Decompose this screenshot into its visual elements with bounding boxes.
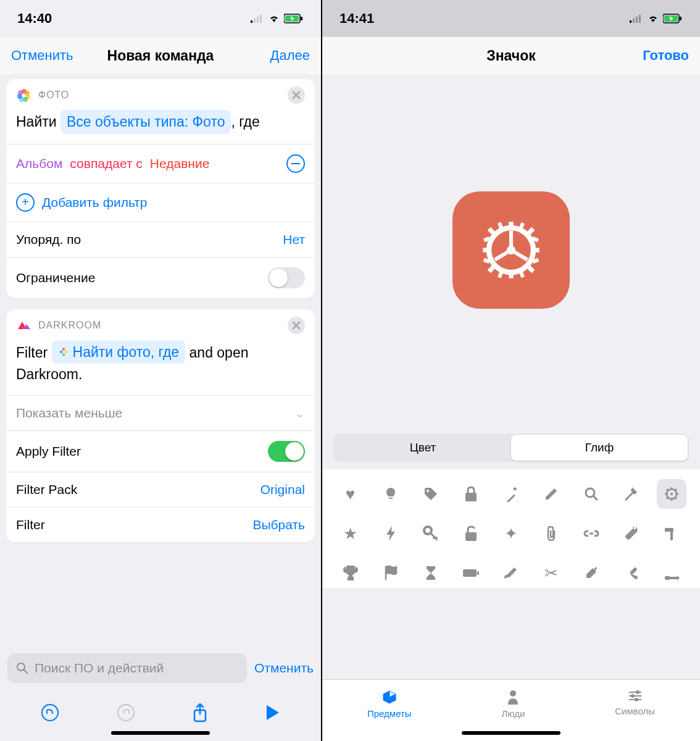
flag-icon[interactable]	[376, 558, 406, 588]
add-filter-label[interactable]: Добавить фильтр	[42, 195, 148, 210]
svg-line-20	[24, 670, 27, 673]
svg-point-80	[631, 695, 634, 697]
play-button[interactable]	[265, 704, 280, 721]
where-text: , где	[231, 114, 259, 130]
svg-point-15	[62, 348, 65, 351]
add-filter-button[interactable]: +	[16, 193, 35, 212]
svg-point-19	[17, 663, 25, 671]
remove-filter-button[interactable]	[286, 154, 305, 173]
wand-icon[interactable]	[496, 479, 526, 509]
svg-point-53	[427, 490, 429, 492]
nav-title: Значок	[486, 48, 535, 64]
sort-value[interactable]: Нет	[283, 232, 305, 247]
filter-label: Filter	[16, 517, 45, 532]
search-input[interactable]: Поиск ПО и действий	[7, 653, 247, 683]
unlock-icon[interactable]	[456, 519, 486, 548]
done-button[interactable]: Готово	[643, 48, 689, 64]
filter-value[interactable]: Выбрать	[252, 517, 305, 532]
close-icon[interactable]	[288, 86, 305, 104]
home-indicator[interactable]	[462, 731, 560, 735]
lock-icon[interactable]	[456, 479, 486, 509]
action-card-photos: ФОТО Найти Все объекты типа: Фото, где А…	[6, 79, 315, 298]
paperclip-icon[interactable]	[536, 519, 566, 548]
filter-pack-value[interactable]: Original	[260, 482, 305, 497]
wrench-icon[interactable]	[617, 519, 646, 548]
hourglass-icon[interactable]	[416, 558, 446, 588]
next-button[interactable]: Далее	[270, 48, 310, 64]
link-icon[interactable]	[577, 519, 606, 548]
svg-rect-27	[639, 15, 641, 23]
sliders-icon	[628, 690, 643, 702]
action-card-darkroom: DARKROOM Filter Найти фото, где and open…	[6, 309, 315, 542]
photo-type-token[interactable]: Все объекты типа: Фото	[60, 110, 231, 134]
cube-icon	[382, 690, 397, 705]
svg-line-64	[667, 489, 668, 490]
heart-icon[interactable]: ♥	[336, 479, 365, 509]
filter-field-album[interactable]: Альбом	[16, 156, 62, 171]
nav-title: Новая команда	[107, 48, 214, 64]
filter-predicate[interactable]: совпадает с	[70, 156, 143, 171]
segment-glyph[interactable]: Глиф	[511, 435, 688, 461]
signal-icon	[630, 14, 643, 23]
svg-rect-1	[254, 19, 256, 23]
bolt-icon[interactable]	[376, 519, 406, 548]
bulb-icon[interactable]	[376, 479, 406, 509]
apply-filter-toggle[interactable]	[268, 441, 305, 462]
tools-icon[interactable]	[617, 558, 646, 588]
tab-objects[interactable]: Предметы	[367, 690, 412, 719]
find-photo-token[interactable]: Найти фото, где	[52, 340, 186, 364]
svg-rect-74	[665, 576, 670, 580]
svg-point-13	[18, 90, 23, 95]
key-icon[interactable]	[416, 519, 446, 548]
segmented-control[interactable]: Цвет Глиф	[333, 433, 689, 462]
share-button[interactable]	[192, 703, 208, 722]
svg-line-67	[675, 489, 677, 490]
svg-line-66	[667, 498, 668, 499]
chevron-down-icon[interactable]: ⌄	[294, 406, 305, 421]
cancel-button[interactable]: Отменить	[11, 48, 73, 64]
pencil-icon[interactable]	[536, 479, 566, 509]
segment-color[interactable]: Цвет	[335, 435, 511, 461]
svg-point-59	[670, 493, 673, 495]
svg-rect-71	[670, 530, 673, 540]
gear-icon[interactable]	[657, 479, 686, 509]
search-bar: Поиск ПО и действий Отменить	[0, 645, 321, 692]
wifi-icon	[268, 14, 280, 23]
svg-rect-24	[630, 20, 631, 23]
star-icon[interactable]: ★	[336, 519, 365, 548]
battery-icon[interactable]	[456, 558, 486, 588]
svg-point-21	[42, 705, 58, 721]
hammer2-icon[interactable]	[657, 519, 686, 548]
find-text: Найти	[16, 114, 57, 130]
filter-value[interactable]: Недавние	[150, 156, 209, 171]
gear-icon	[474, 213, 548, 287]
close-icon[interactable]	[288, 317, 305, 334]
trophy-icon[interactable]	[336, 558, 365, 588]
tag-icon[interactable]	[416, 479, 446, 509]
search-icon[interactable]	[577, 479, 606, 509]
app-name: ФОТО	[38, 90, 69, 101]
svg-rect-0	[251, 20, 252, 23]
hammer-icon[interactable]	[617, 479, 646, 509]
limit-toggle[interactable]	[268, 267, 305, 288]
svg-rect-6	[301, 17, 302, 20]
home-indicator[interactable]	[111, 731, 210, 735]
show-less-button[interactable]: Показать меньше	[16, 406, 122, 421]
dropper-icon[interactable]	[577, 558, 606, 588]
paint-icon[interactable]	[496, 558, 526, 588]
screwdriver-icon[interactable]	[657, 558, 686, 588]
status-icons	[251, 14, 304, 23]
tab-symbols[interactable]: Символы	[615, 690, 655, 719]
svg-rect-73	[477, 571, 479, 575]
sparkle-icon[interactable]: ✦	[496, 519, 526, 548]
photos-app-icon	[16, 87, 32, 103]
battery-icon	[663, 14, 683, 23]
svg-line-35	[495, 250, 511, 260]
undo-button[interactable]	[41, 703, 59, 722]
filter-pack-label: Filter Pack	[16, 482, 77, 497]
search-cancel-button[interactable]: Отменить	[254, 661, 314, 676]
glyph-grid: ♥ ★ ✦ ✂	[322, 469, 700, 588]
tab-people[interactable]: Люди	[501, 690, 525, 719]
svg-rect-75	[669, 577, 678, 579]
scissors-icon[interactable]: ✂	[536, 558, 566, 588]
